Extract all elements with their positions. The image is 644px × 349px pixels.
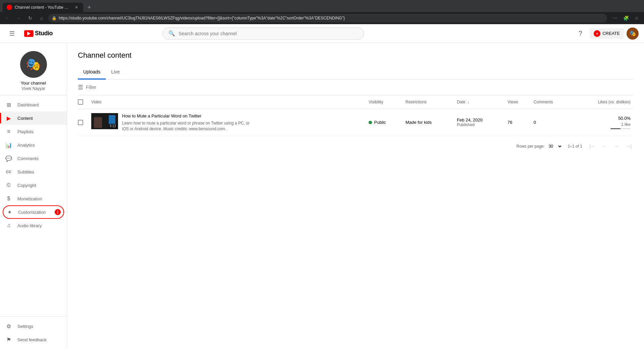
- sidebar-item-content[interactable]: ▶ Content: [0, 111, 67, 125]
- prev-page-button[interactable]: ←: [600, 142, 609, 151]
- video-thumbnail[interactable]: 3:12: [91, 113, 118, 129]
- tab-uploads-label: Uploads: [83, 69, 100, 74]
- th-visibility: Visibility: [366, 95, 403, 109]
- favorites-button[interactable]: ☆: [632, 13, 641, 23]
- monetization-icon: $: [5, 195, 12, 202]
- tab-uploads[interactable]: Uploads: [78, 65, 106, 80]
- visibility-badge: Public: [369, 120, 400, 125]
- sidebar-item-send-feedback[interactable]: ⚑ Send feedback: [0, 333, 67, 346]
- forward-button[interactable]: →: [14, 13, 23, 23]
- sidebar-item-customization[interactable]: ✦ Customization 1: [3, 205, 64, 219]
- rows-per-page-label: Rows per page:: [517, 144, 545, 149]
- top-navigation: ☰ Studio 🔍 ? + CREATE 🎭: [0, 24, 644, 43]
- likes-cell: 50.0% 1 like: [574, 116, 631, 129]
- channel-handle: Vivek Nayyar: [21, 86, 45, 91]
- video-cell: 3:12 How to Mute a Particular Word on Tw…: [91, 113, 363, 132]
- row-video-cell: 3:12 How to Mute a Particular Word on Tw…: [89, 109, 366, 136]
- filter-icon[interactable]: ☰: [78, 84, 83, 91]
- date-secondary: Published: [457, 122, 502, 127]
- tab-bar: Channel content - YouTube St... ✕ +: [0, 0, 644, 12]
- comments-icon: 💬: [5, 155, 12, 162]
- last-page-button[interactable]: →|: [624, 142, 633, 151]
- audio-library-icon: ♫: [5, 222, 12, 229]
- select-all-checkbox[interactable]: [78, 99, 83, 105]
- th-likes-label: Likes (vs. dislikes): [598, 100, 631, 104]
- browser-menu-button[interactable]: ⋯: [610, 13, 620, 23]
- th-checkbox: [78, 95, 89, 109]
- active-tab[interactable]: Channel content - YouTube St... ✕: [3, 3, 83, 12]
- new-tab-button[interactable]: +: [85, 3, 94, 12]
- youtube-studio-app: ☰ Studio 🔍 ? + CREATE 🎭 🎭 Your channel: [0, 24, 644, 349]
- sidebar-item-label: Copyright: [17, 183, 36, 188]
- channel-info: 🎭 Your channel Vivek Nayyar: [0, 46, 67, 95]
- feedback-icon: ⚑: [5, 336, 12, 343]
- sidebar-item-label: Customization: [18, 210, 46, 215]
- first-page-button[interactable]: |←: [588, 142, 597, 151]
- filter-input[interactable]: [86, 85, 145, 90]
- th-views-label: Views: [507, 100, 518, 104]
- tab-favicon: [7, 5, 12, 10]
- home-button[interactable]: ⌂: [37, 13, 46, 23]
- refresh-button[interactable]: ↻: [25, 13, 35, 23]
- browser-chrome: Channel content - YouTube St... ✕ + ← → …: [0, 0, 644, 24]
- row-checkbox-cell: [78, 109, 89, 136]
- main-layout: 🎭 Your channel Vivek Nayyar ⊞ Dashboard …: [0, 43, 644, 349]
- sidebar-item-monetization[interactable]: $ Monetization: [0, 192, 67, 205]
- help-icon: ?: [579, 30, 582, 37]
- sidebar-item-copyright[interactable]: © Copyright: [0, 179, 67, 192]
- row-likes-cell: 50.0% 1 like: [571, 109, 633, 136]
- th-date[interactable]: Date ↓: [454, 95, 505, 109]
- visibility-label: Public: [374, 120, 386, 125]
- video-title[interactable]: How to Mute a Particular Word on Twitter: [122, 113, 256, 119]
- sidebar-item-comments[interactable]: 💬 Comments: [0, 152, 67, 165]
- row-restrictions-cell: Made for kids: [403, 109, 454, 136]
- thumbnail-figure: [94, 117, 102, 128]
- search-input[interactable]: [178, 31, 358, 36]
- sidebar-item-settings[interactable]: ⚙ Settings: [0, 319, 67, 333]
- rows-per-page: Rows per page: 30 50 100: [517, 143, 562, 150]
- th-restrictions: Restrictions: [403, 95, 454, 109]
- channel-avatar[interactable]: 🎭: [20, 51, 47, 78]
- create-button[interactable]: + CREATE: [590, 28, 624, 39]
- sidebar-item-label: Monetization: [17, 196, 42, 201]
- sidebar-item-playlists[interactable]: ≡ Playlists: [0, 125, 67, 138]
- sidebar-item-audio-library[interactable]: ♫ Audio library: [0, 219, 67, 232]
- sidebar-item-analytics[interactable]: 📊 Analytics: [0, 138, 67, 152]
- address-bar-row: ← → ↻ ⌂ 🔒 https://studio.youtube.com/cha…: [0, 12, 644, 24]
- sidebar-item-label: Audio library: [17, 223, 42, 228]
- th-likes: Likes (vs. dislikes): [571, 95, 633, 109]
- top-nav-actions: ? + CREATE 🎭: [574, 27, 639, 40]
- th-video: Video: [89, 95, 366, 109]
- search-bar[interactable]: 🔍: [163, 28, 364, 40]
- youtube-studio-logo[interactable]: Studio: [24, 30, 53, 37]
- next-page-button[interactable]: →: [612, 142, 621, 151]
- row-checkbox[interactable]: [78, 120, 83, 125]
- tab-title: Channel content - YouTube St...: [15, 5, 71, 10]
- date-primary: Feb 24, 2020: [457, 117, 502, 122]
- visibility-dot: [369, 121, 372, 124]
- row-visibility-cell: Public: [366, 109, 403, 136]
- th-date-label: Date: [457, 100, 465, 104]
- extensions-button[interactable]: 🧩: [621, 13, 631, 23]
- rows-per-page-select[interactable]: 30 50 100: [546, 143, 562, 150]
- user-avatar[interactable]: 🎭: [627, 28, 639, 40]
- table-body: 3:12 How to Mute a Particular Word on Tw…: [78, 109, 633, 136]
- row-date-cell: Feb 24, 2020 Published: [454, 109, 505, 136]
- tab-close-button[interactable]: ✕: [74, 5, 79, 10]
- likes-percent: 50.0%: [574, 116, 631, 121]
- hamburger-menu-button[interactable]: ☰: [5, 27, 19, 40]
- url-text: https://studio.youtube.com/channel/UC3lu…: [59, 16, 604, 20]
- studio-text: Studio: [35, 30, 53, 37]
- help-button[interactable]: ?: [574, 27, 587, 40]
- comments-count: 0: [534, 120, 536, 125]
- sidebar-item-label: Content: [17, 116, 33, 121]
- th-video-label: Video: [91, 100, 101, 104]
- sidebar-item-subtitles[interactable]: CC Subtitles: [0, 165, 67, 179]
- tab-live[interactable]: Live: [106, 65, 125, 80]
- page-info: 1–1 of 1: [568, 144, 582, 149]
- sidebar-bottom: ⚙ Settings ⚑ Send feedback: [0, 316, 67, 349]
- sidebar-item-dashboard[interactable]: ⊞ Dashboard: [0, 98, 67, 111]
- content-icon: ▶: [5, 115, 12, 121]
- back-button[interactable]: ←: [3, 13, 12, 23]
- address-bar[interactable]: 🔒 https://studio.youtube.com/channel/UC3…: [48, 14, 607, 22]
